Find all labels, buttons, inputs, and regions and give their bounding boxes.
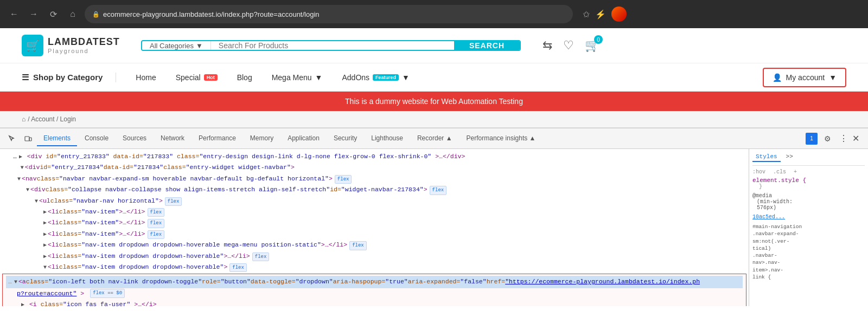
nav-item-mega-menu[interactable]: Mega Menu ▼ — [263, 66, 331, 89]
tree-line[interactable]: ▼ <div class="collapse navbar-collapse s… — [0, 184, 749, 195]
tree-line[interactable]: ▶ <li class="nav-item" >…</li> flex — [0, 206, 749, 217]
more-tabs[interactable]: >> — [783, 152, 796, 162]
home-icon: ⌂ — [22, 115, 25, 123]
tree-content: ▶ <div id="entry_217833" data-id="217833… — [19, 152, 465, 161]
styles-tab[interactable]: Styles — [752, 152, 781, 162]
my-account-label: My account — [786, 73, 825, 82]
close-devtools-button[interactable]: ✕ — [852, 133, 859, 144]
nav-mega-menu-label: Mega Menu — [272, 73, 312, 82]
svg-rect-0 — [25, 137, 29, 141]
css-rule-hash: 10ac5ed... — [752, 214, 865, 220]
nav-item-home[interactable]: Home — [127, 66, 164, 89]
reload-button[interactable]: ⟳ — [46, 7, 61, 22]
flex-badge: flex — [252, 252, 270, 261]
tab-performance[interactable]: Performance — [192, 131, 242, 146]
tree-line[interactable]: ▼ <li class="nav-item dropdown dropdown-… — [0, 262, 749, 273]
tab-recorder[interactable]: Recorder ▲ — [411, 131, 459, 146]
breadcrumb-path: / Account / Login — [28, 115, 76, 123]
search-bar: All Categories ▼ SEARCH — [141, 40, 521, 51]
highlighted-icon-line: ▶ <i class="icon fas fa-user" >…</i> — [6, 299, 743, 306]
flex-badge: flex — [430, 186, 447, 195]
tab-network[interactable]: Network — [154, 131, 191, 146]
tab-application[interactable]: Application — [281, 131, 326, 146]
svg-rect-1 — [29, 138, 31, 141]
settings-icon[interactable]: ⚙ — [820, 131, 835, 146]
chevron-down-icon: ▼ — [402, 73, 410, 82]
filter-styles: :hov .cls + — [752, 169, 865, 175]
nav-item-blog[interactable]: Blog — [228, 66, 261, 89]
nav-item-special[interactable]: Special Hot — [167, 66, 226, 89]
css-rule-media: @media (min-width: 576px) — [752, 193, 865, 211]
browser-chrome: ← → ⟳ ⌂ 🔒 ecommerce-playground.lambdates… — [0, 0, 868, 28]
promo-banner: This is a dummy website for Web Automati… — [0, 92, 868, 111]
flex-badge: flex — [148, 230, 165, 239]
devtools-sidebar: Styles >> :hov .cls + element.style { } … — [749, 149, 868, 306]
address-bar[interactable]: 🔒 ecommerce-playground.lambdatest.io/ind… — [85, 5, 573, 23]
flex-badge: flex — [148, 208, 165, 217]
tree-line[interactable]: ▶ <li class="nav-item dropdown dropdown-… — [0, 239, 749, 250]
bookmark-icon[interactable]: ✩ — [583, 9, 590, 20]
logo[interactable]: 🛒 LAMBDATEST Playground — [22, 35, 130, 56]
brand-name: LAMBDATEST — [48, 37, 120, 48]
search-input[interactable] — [211, 41, 454, 50]
flex-badge: flex — [335, 175, 352, 184]
flex-badge: flex — [148, 219, 165, 228]
nav-blog-label: Blog — [237, 73, 252, 82]
tab-console[interactable]: Console — [78, 131, 115, 146]
highlighted-element-block[interactable]: … ▼ <a class="icon-left both nav-link dr… — [2, 274, 746, 306]
shop-by-category[interactable]: ☰ Shop by Category — [22, 73, 116, 82]
my-account-button[interactable]: 👤 My account ▼ — [763, 68, 846, 87]
more-options-icon[interactable]: ⋮ — [837, 133, 850, 144]
cart-button[interactable]: 🛒 0 — [585, 38, 599, 53]
flex-badge: flex == $0 — [90, 289, 125, 297]
chevron-down-icon: ▼ — [829, 73, 837, 82]
devtools-content: … ▶ <div id="entry_217833" data-id="2178… — [0, 149, 868, 306]
tree-line[interactable]: ▼ <nav class="navbar navbar-expand-sm ho… — [0, 173, 749, 184]
tab-lighthouse[interactable]: Lighthouse — [365, 131, 410, 146]
devtools-toolbar: Elements Console Sources Network Perform… — [0, 128, 868, 149]
search-button[interactable]: SEARCH — [454, 41, 520, 50]
tree-line[interactable]: ▶ <li class="nav-item" >…</li> flex — [0, 229, 749, 239]
url-text: ecommerce-playground.lambdatest.io/index… — [103, 10, 320, 18]
tree-line[interactable]: … ▶ <div id="entry_217833" data-id="2178… — [0, 151, 749, 162]
logo-icon: 🛒 — [22, 35, 43, 56]
tree-line[interactable]: ▶ <li class="nav-item dropdown dropdown-… — [0, 251, 749, 262]
compare-button[interactable]: ⇆ — [542, 38, 552, 53]
tab-elements[interactable]: Elements — [37, 131, 77, 146]
forward-button[interactable]: → — [26, 7, 41, 22]
highlighted-href-continuation: p?route=account" > flex == $0 — [6, 288, 743, 299]
panel-number-badge: 1 — [806, 133, 818, 145]
lock-icon: 🔒 — [92, 11, 100, 18]
drag-handle: … — [13, 152, 17, 161]
flex-badge: flex — [229, 263, 247, 272]
html-tree[interactable]: … ▶ <div id="entry_217833" data-id="2178… — [0, 149, 749, 306]
device-toggle-button[interactable] — [21, 131, 36, 146]
nav-home-label: Home — [136, 73, 156, 82]
tree-line[interactable]: ▶ <li class="nav-item" >…</li> flex — [0, 217, 749, 228]
nav-item-addons[interactable]: AddOns Featured ▼ — [333, 66, 418, 89]
header-icons: ⇆ ♡ 🛒 0 — [542, 38, 599, 53]
flex-badge: flex — [165, 197, 182, 206]
hot-badge: Hot — [204, 74, 218, 81]
back-button[interactable]: ← — [7, 7, 22, 22]
tab-security[interactable]: Security — [327, 131, 363, 146]
shop-by-category-label: Shop by Category — [33, 73, 103, 82]
menu-icon: ☰ — [22, 73, 29, 82]
tab-sources[interactable]: Sources — [116, 131, 153, 146]
chevron-down-icon: ▼ — [196, 42, 203, 50]
tree-line[interactable]: ▼ <ul class="navbar-nav horizontal" > fl… — [0, 196, 749, 206]
profile-icon[interactable] — [611, 7, 627, 22]
inspect-element-button[interactable] — [4, 131, 20, 146]
chevron-down-icon: ▼ — [315, 73, 323, 82]
tab-memory[interactable]: Memory — [244, 131, 280, 146]
tab-performance-insights[interactable]: Performance insights ▲ — [460, 131, 542, 146]
extensions-icon[interactable]: ⚡ — [595, 9, 606, 20]
tree-line[interactable]: ▼ <div id="entry_217834" data-id="217834… — [0, 162, 749, 173]
wishlist-button[interactable]: ♡ — [563, 38, 574, 53]
nav-items: Home Special Hot Blog Mega Menu ▼ AddOns… — [116, 66, 846, 89]
home-button[interactable]: ⌂ — [65, 7, 80, 22]
user-icon: 👤 — [773, 73, 782, 82]
highlighted-anchor-line: … ▼ <a class="icon-left both nav-link dr… — [6, 276, 743, 288]
site-header: 🛒 LAMBDATEST Playground All Categories ▼… — [0, 28, 868, 63]
category-dropdown[interactable]: All Categories ▼ — [142, 41, 211, 50]
